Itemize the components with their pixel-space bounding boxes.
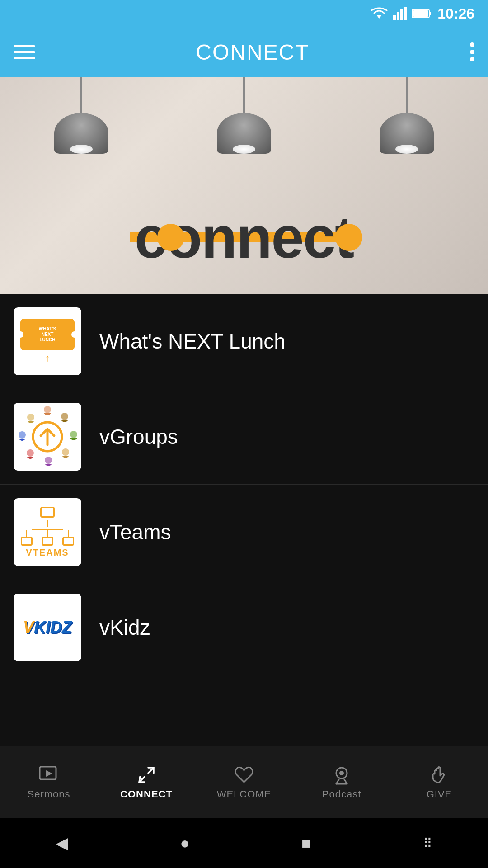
- svg-point-12: [45, 457, 52, 464]
- give-icon: [429, 765, 449, 785]
- whats-next-lunch-label: What's NEXT Lunch: [99, 329, 286, 354]
- sermons-icon: [39, 765, 59, 785]
- connect-nav-icon: [136, 765, 156, 785]
- vteams-icon: VTEAMS: [14, 498, 81, 566]
- connect-logo: connect: [24, 208, 464, 267]
- svg-point-14: [19, 431, 26, 439]
- lamp-left: [54, 77, 108, 154]
- signal-icon: [393, 7, 407, 20]
- vkidz-label: vKidz: [99, 615, 150, 640]
- list-item-vgroups[interactable]: vGroups: [0, 389, 488, 485]
- whats-next-lunch-icon: WHAT'SNEXTLUNCH ↑: [14, 307, 81, 375]
- svg-rect-6: [429, 12, 431, 15]
- battery-icon: [412, 8, 432, 19]
- vteams-label: vTeams: [99, 520, 171, 544]
- status-icons: 10:26: [371, 5, 474, 22]
- svg-point-10: [70, 431, 77, 438]
- connect-logo-text: connect: [135, 208, 353, 267]
- podcast-icon: [332, 765, 352, 785]
- svg-point-23: [339, 771, 344, 775]
- svg-point-15: [27, 414, 34, 421]
- vgroups-icon: [14, 403, 81, 471]
- svg-line-21: [148, 768, 154, 773]
- page-title: CONNECT: [196, 40, 309, 65]
- lamp-center: [217, 77, 271, 154]
- nav-podcast[interactable]: Podcast: [293, 760, 390, 805]
- svg-point-9: [61, 413, 68, 420]
- vgroups-label: vGroups: [99, 425, 178, 449]
- nav-give[interactable]: GIVE: [390, 760, 488, 805]
- app-bar: CONNECT: [0, 27, 488, 77]
- bottom-navigation: Sermons CONNECT WELCOME: [0, 746, 488, 818]
- wifi-icon: [371, 7, 388, 20]
- nav-sermons[interactable]: Sermons: [0, 760, 98, 805]
- svg-point-11: [62, 448, 69, 456]
- back-button[interactable]: ◀: [56, 834, 68, 853]
- svg-point-8: [44, 406, 51, 413]
- lamps-decoration: [0, 77, 488, 176]
- svg-rect-4: [404, 7, 407, 20]
- nav-welcome[interactable]: WELCOME: [195, 760, 293, 805]
- vkidz-icon: VKIDZ: [14, 594, 81, 661]
- nav-connect[interactable]: CONNECT: [98, 760, 195, 805]
- svg-point-13: [27, 449, 34, 457]
- system-nav-bar: ◀ ● ■ ⠿: [0, 818, 488, 868]
- give-label: GIVE: [427, 788, 452, 800]
- status-time: 10:26: [437, 5, 474, 22]
- svg-marker-19: [46, 770, 52, 777]
- hero-banner: connect: [0, 77, 488, 294]
- list-item-vteams[interactable]: VTEAMS vTeams: [0, 485, 488, 580]
- connect-nav-label: CONNECT: [120, 788, 173, 800]
- podcast-label: Podcast: [322, 788, 361, 800]
- sermons-label: Sermons: [27, 788, 70, 800]
- welcome-icon: [234, 765, 254, 785]
- svg-rect-2: [397, 12, 399, 20]
- welcome-label: WELCOME: [217, 788, 272, 800]
- more-options-button[interactable]: [470, 42, 474, 61]
- svg-rect-3: [400, 9, 403, 20]
- svg-marker-0: [376, 15, 382, 19]
- status-bar: 10:26: [0, 0, 488, 27]
- list-item-vkidz[interactable]: VKIDZ vKidz: [0, 580, 488, 675]
- list-item-whats-next-lunch[interactable]: WHAT'SNEXTLUNCH ↑ What's NEXT Lunch: [0, 294, 488, 389]
- menu-list: WHAT'SNEXTLUNCH ↑ What's NEXT Lunch: [0, 294, 488, 675]
- svg-rect-1: [393, 15, 396, 20]
- lamp-right: [380, 77, 434, 154]
- home-button[interactable]: ●: [180, 834, 190, 853]
- hamburger-menu-button[interactable]: [14, 45, 35, 59]
- svg-rect-7: [413, 10, 428, 17]
- recent-apps-button[interactable]: ■: [301, 834, 311, 853]
- keyboard-button[interactable]: ⠿: [423, 836, 432, 851]
